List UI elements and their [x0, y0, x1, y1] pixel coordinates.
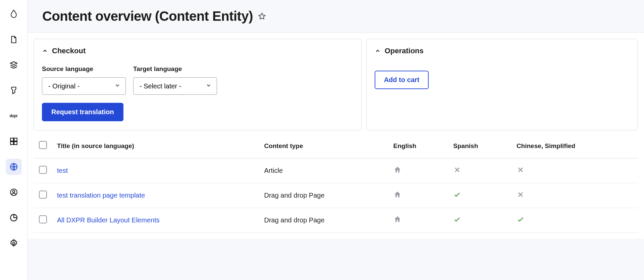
row-checkbox[interactable]	[39, 191, 47, 199]
operations-panel-toggle[interactable]: Operations	[375, 47, 630, 55]
checkout-title: Checkout	[52, 47, 86, 55]
checkout-panel-toggle[interactable]: Checkout	[42, 47, 353, 55]
svg-rect-0	[10, 138, 13, 141]
table-row: testArticle	[34, 158, 638, 183]
chevron-up-icon	[42, 48, 48, 54]
svg-rect-1	[14, 138, 17, 141]
select-all-checkbox[interactable]	[39, 141, 47, 149]
cross-icon	[517, 166, 525, 174]
nav-dxpr[interactable]: dxpr	[6, 108, 22, 124]
row-title-link[interactable]: All DXPR Builder Layout Elements	[57, 216, 160, 224]
svg-rect-2	[10, 142, 13, 145]
nav-translate[interactable]	[6, 159, 22, 175]
checkout-panel: Checkout Source language - Original -	[34, 39, 362, 130]
svg-point-8	[12, 242, 15, 244]
nav-config[interactable]	[6, 235, 22, 251]
check-icon	[517, 215, 525, 223]
nav-extend[interactable]	[6, 133, 22, 149]
home-icon	[393, 191, 401, 199]
table-row: All DXPR Builder Layout ElementsDrag and…	[34, 208, 638, 233]
row-lang-spanish[interactable]	[448, 183, 512, 208]
col-lang-spanish: Spanish	[448, 134, 512, 158]
home-icon	[393, 166, 401, 174]
check-icon	[453, 215, 461, 223]
col-title: Title (in source language)	[52, 134, 259, 158]
table-row: test translation page templateDrag and d…	[34, 183, 638, 208]
row-lang-english[interactable]	[389, 183, 449, 208]
target-language-field: Target language - Select later -	[133, 65, 217, 95]
row-lang-english[interactable]	[389, 208, 449, 233]
col-content-type: Content type	[259, 134, 388, 158]
col-lang-english: English	[389, 134, 449, 158]
row-lang-chinese[interactable]	[512, 158, 638, 183]
operations-panel: Operations Add to cart	[366, 39, 638, 130]
left-sidebar: dxpr	[0, 0, 28, 280]
row-lang-chinese[interactable]	[512, 208, 638, 233]
svg-point-6	[12, 191, 15, 193]
nav-structure[interactable]	[6, 57, 22, 73]
page-header: Content overview (Content Entity)	[28, 0, 644, 33]
page-title: Content overview (Content Entity)	[42, 9, 253, 24]
content-table: Title (in source language) Content type …	[34, 134, 638, 233]
favorite-star-icon[interactable]	[258, 12, 266, 21]
request-translation-button[interactable]: Request translation	[42, 103, 123, 121]
app-logo[interactable]	[6, 6, 22, 22]
svg-rect-3	[14, 142, 17, 145]
row-title-link[interactable]: test translation page template	[57, 192, 145, 199]
source-language-field: Source language - Original -	[42, 65, 126, 95]
nav-content[interactable]	[6, 31, 22, 48]
row-lang-chinese[interactable]	[512, 183, 638, 208]
home-icon	[393, 215, 401, 223]
row-lang-spanish[interactable]	[448, 158, 512, 183]
target-language-select[interactable]: - Select later -	[133, 77, 217, 95]
target-language-label: Target language	[133, 65, 217, 73]
chevron-up-icon	[375, 48, 381, 54]
row-content-type: Drag and drop Page	[259, 183, 388, 208]
nav-appearance[interactable]	[6, 82, 22, 98]
col-lang-chinese: Chinese, Simplified	[512, 134, 638, 158]
main-area: Content overview (Content Entity) Checko…	[28, 0, 644, 280]
row-content-type: Drag and drop Page	[259, 208, 388, 233]
source-language-select[interactable]: - Original -	[42, 77, 126, 95]
cross-icon	[453, 166, 461, 174]
check-icon	[453, 191, 461, 199]
cross-icon	[517, 191, 525, 199]
row-content-type: Article	[259, 158, 388, 183]
source-language-label: Source language	[42, 65, 126, 73]
operations-title: Operations	[385, 47, 424, 55]
nav-people[interactable]	[6, 184, 22, 200]
row-lang-english[interactable]	[389, 158, 449, 183]
row-checkbox[interactable]	[39, 215, 47, 223]
row-checkbox[interactable]	[39, 166, 47, 174]
add-to-cart-button[interactable]: Add to cart	[375, 71, 429, 89]
content-table-body: testArticletest translation page templat…	[34, 158, 638, 233]
content-region: Checkout Source language - Original -	[28, 33, 644, 239]
row-lang-spanish[interactable]	[448, 208, 512, 233]
nav-reports[interactable]	[6, 210, 22, 226]
row-title-link[interactable]: test	[57, 167, 68, 174]
